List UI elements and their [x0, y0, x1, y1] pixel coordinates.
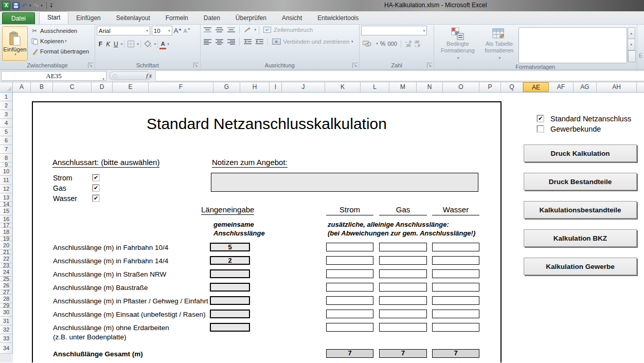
- increase-decimal-icon[interactable]: ←,0,00: [405, 40, 412, 47]
- tab-formeln[interactable]: Formeln: [158, 12, 196, 24]
- column-header-I[interactable]: I: [270, 82, 282, 92]
- row-header-10[interactable]: 10: [0, 167, 13, 176]
- row-header-31[interactable]: 31: [0, 317, 13, 325]
- font-family-combo[interactable]: Arial ▾: [97, 26, 150, 35]
- row-header-32[interactable]: 32: [0, 325, 13, 334]
- column-header-G[interactable]: G: [213, 82, 240, 92]
- font-family-dropdown-icon[interactable]: ▾: [146, 29, 148, 33]
- font-size-combo[interactable]: 10 ▾: [152, 26, 172, 35]
- extra-length-input-strom-1[interactable]: [326, 256, 373, 265]
- form-button-2[interactable]: Kalkulationsbestandteile: [524, 201, 637, 219]
- fill-color-icon[interactable]: [142, 40, 153, 48]
- row-header-33[interactable]: 33: [0, 334, 13, 343]
- extra-length-input-wasser-3[interactable]: [432, 283, 479, 292]
- extra-length-input-strom-6[interactable]: [326, 323, 373, 332]
- accounting-dropdown-icon[interactable]: ▾: [376, 42, 378, 46]
- column-header-N[interactable]: N: [417, 82, 443, 92]
- extra-length-input-gas-4[interactable]: [379, 296, 427, 305]
- font-size-dropdown-icon[interactable]: ▾: [168, 29, 170, 33]
- zwischenablage-dialog-launcher-icon[interactable]: ↘: [88, 63, 93, 68]
- underline-dropdown-icon[interactable]: ▾: [121, 42, 123, 46]
- column-header-L[interactable]: L: [361, 82, 389, 92]
- select-all-corner[interactable]: [0, 82, 13, 92]
- column-header-H[interactable]: H: [240, 82, 270, 92]
- row-header-11[interactable]: 11: [0, 176, 13, 185]
- extra-length-input-strom-4[interactable]: [326, 296, 373, 305]
- bold-button[interactable]: F: [97, 41, 104, 48]
- column-header-E[interactable]: E: [113, 82, 149, 92]
- common-length-input-4[interactable]: [210, 296, 250, 305]
- insert-function-icon[interactable]: ƒx: [146, 71, 152, 80]
- common-length-input-5[interactable]: [210, 310, 250, 318]
- decrease-indent-icon[interactable]: [242, 38, 253, 46]
- column-header-AG[interactable]: AG: [574, 82, 597, 92]
- extra-length-input-gas-1[interactable]: [379, 256, 427, 265]
- paste-button[interactable]: Einfügen ▾: [2, 26, 28, 61]
- column-header-C[interactable]: C: [53, 82, 92, 92]
- extra-length-input-wasser-5[interactable]: [432, 310, 479, 318]
- row-header-30[interactable]: 30: [0, 308, 13, 317]
- tab-ueberpruefen[interactable]: Überprüfen: [228, 12, 274, 24]
- tab-seitenlayout[interactable]: Seitenlayout: [109, 12, 158, 24]
- formula-bar-splitter[interactable]: [109, 71, 151, 80]
- comma-style-button[interactable]: 000: [387, 41, 397, 47]
- name-box-dropdown-icon[interactable]: ▾: [102, 75, 104, 84]
- column-header-AF[interactable]: AF: [549, 82, 574, 92]
- align-right-icon[interactable]: [226, 38, 237, 46]
- gallery-scroll-down-icon[interactable]: ▾: [628, 39, 635, 50]
- schriftart-dialog-launcher-icon[interactable]: ↘: [193, 63, 199, 68]
- percent-style-button[interactable]: %: [380, 40, 386, 47]
- extra-length-input-strom-0[interactable]: [326, 243, 373, 251]
- row-header-15[interactable]: 15: [0, 207, 13, 215]
- row-header-7[interactable]: 7: [0, 145, 13, 154]
- format-painter-button[interactable]: Format übertragen: [29, 46, 90, 57]
- row-header-17[interactable]: 17: [0, 223, 13, 228]
- italic-button[interactable]: K: [104, 41, 112, 48]
- column-header-F[interactable]: F: [149, 82, 213, 92]
- number-format-combo[interactable]: ▾: [361, 26, 427, 35]
- ausrichtung-dialog-launcher-icon[interactable]: ↘: [352, 63, 357, 68]
- tab-start[interactable]: Start: [39, 11, 68, 24]
- anschlussart-checkbox-2[interactable]: ✔: [93, 195, 99, 202]
- common-length-input-6[interactable]: [210, 323, 250, 332]
- row-header-1[interactable]: 1: [0, 93, 13, 101]
- accounting-format-icon[interactable]: [361, 39, 373, 48]
- column-header-J[interactable]: J: [282, 82, 325, 92]
- shrink-font-icon[interactable]: A▼: [183, 27, 190, 34]
- row-header-25[interactable]: 25: [0, 277, 13, 281]
- format-as-table-button[interactable]: Als Tabelle formatieren ▾: [480, 26, 519, 63]
- tab-einfuegen[interactable]: Einfügen: [68, 12, 108, 24]
- extra-length-input-gas-5[interactable]: [379, 310, 427, 318]
- extra-length-input-wasser-2[interactable]: [432, 269, 479, 278]
- common-length-input-0[interactable]: 5: [210, 243, 250, 251]
- anschlussart-checkbox-1[interactable]: ✔: [93, 185, 99, 191]
- extra-length-input-strom-3[interactable]: [326, 283, 373, 292]
- form-button-4[interactable]: Kalkulation Gewerbe: [524, 258, 637, 275]
- fill-color-dropdown-icon[interactable]: ▾: [154, 42, 156, 46]
- cut-button[interactable]: ✂ Ausschneiden: [29, 26, 90, 36]
- font-color-dropdown-icon[interactable]: ▾: [167, 42, 169, 46]
- undo-icon[interactable]: ↶: [22, 3, 27, 9]
- tab-datei[interactable]: Datei: [2, 12, 35, 24]
- extra-length-input-gas-3[interactable]: [379, 283, 427, 292]
- row-header-3[interactable]: 3: [0, 110, 13, 119]
- row-header-14[interactable]: 14: [0, 202, 13, 207]
- extra-length-input-strom-2[interactable]: [326, 269, 373, 278]
- row-header-6[interactable]: 6: [0, 136, 13, 145]
- anschlussart-checkbox-0[interactable]: ✔: [93, 174, 99, 181]
- row-header-27[interactable]: 27: [0, 290, 13, 295]
- tab-daten[interactable]: Daten: [196, 12, 228, 24]
- extra-length-input-gas-6[interactable]: [379, 323, 427, 332]
- orientation-icon[interactable]: [242, 26, 253, 34]
- qat-customize-icon[interactable]: ▾: [50, 4, 52, 9]
- column-header-A[interactable]: A: [13, 82, 31, 92]
- extra-length-input-wasser-0[interactable]: [432, 243, 479, 251]
- common-length-input-2[interactable]: [210, 269, 250, 278]
- column-header-AH[interactable]: AH: [597, 82, 637, 92]
- borders-dropdown-icon[interactable]: ▾: [137, 42, 139, 46]
- form-button-1[interactable]: Druck Bestandteile: [524, 173, 637, 190]
- align-left-icon[interactable]: [202, 38, 213, 46]
- conditional-formatting-button[interactable]: Bedingte Formatierung ▾: [436, 26, 479, 63]
- panel-checkbox-0[interactable]: ✔: [537, 115, 544, 122]
- align-middle-icon[interactable]: [214, 26, 225, 34]
